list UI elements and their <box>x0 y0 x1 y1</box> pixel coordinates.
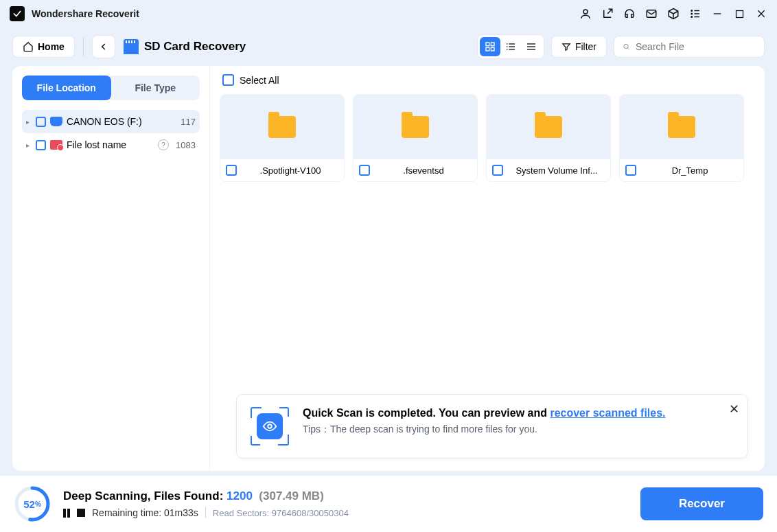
search-box[interactable] <box>614 36 765 58</box>
stop-button[interactable] <box>77 509 85 517</box>
support-icon[interactable] <box>623 8 636 20</box>
cube-icon[interactable] <box>667 8 680 20</box>
list-view-button[interactable] <box>521 37 542 56</box>
drive-icon <box>50 117 62 126</box>
footer: 52% Deep Scanning, Files Found: 1200 (30… <box>0 476 777 532</box>
folder-thumb <box>220 95 344 159</box>
checkbox[interactable] <box>36 117 46 127</box>
svg-rect-9 <box>736 10 743 17</box>
folder-checkbox[interactable] <box>226 165 237 176</box>
select-all-label: Select All <box>240 75 279 86</box>
svg-point-4 <box>691 16 693 18</box>
preview-icon <box>251 407 289 446</box>
detail-view-button[interactable] <box>500 37 521 56</box>
svg-rect-12 <box>486 43 489 46</box>
search-input[interactable] <box>636 41 756 52</box>
recover-button[interactable]: Recover <box>640 487 763 520</box>
file-tree: ▸ CANON EOS (F:) 117 ▸ File lost name ? … <box>22 110 200 157</box>
search-icon <box>623 41 630 52</box>
tree-count: 1083 <box>176 140 196 150</box>
filter-label: Filter <box>575 41 596 52</box>
folder-icon <box>535 116 562 138</box>
svg-point-0 <box>583 10 588 14</box>
read-sectors: Read Sectors: 9764608/30050304 <box>213 508 349 518</box>
remaining-time: Remaining time: 01m33s <box>92 507 198 518</box>
select-all-row: Select All <box>220 66 755 94</box>
checkbox[interactable] <box>36 140 46 150</box>
toolbar: Home SD Card Recovery Filter <box>0 27 777 66</box>
tab-file-type[interactable]: File Type <box>111 76 200 100</box>
folder-thumb <box>487 95 610 159</box>
folder-icon <box>668 116 695 138</box>
content-area: Select All .Spotlight-V100 .fseventsd Sy… <box>210 66 765 471</box>
main-panel: File Location File Type ▸ CANON EOS (F:)… <box>12 66 765 471</box>
folder-card[interactable]: .fseventsd <box>353 94 478 182</box>
svg-point-25 <box>624 44 628 48</box>
tree-count: 117 <box>181 117 196 127</box>
svg-rect-15 <box>491 47 494 51</box>
grid-view-button[interactable] <box>480 37 500 56</box>
view-toggle <box>477 34 544 59</box>
divider <box>83 37 84 56</box>
folder-thumb <box>353 95 477 159</box>
folder-grid: .Spotlight-V100 .fseventsd System Volume… <box>220 94 755 182</box>
export-icon[interactable] <box>601 8 614 20</box>
home-button[interactable]: Home <box>12 36 75 58</box>
mail-icon[interactable] <box>645 8 658 20</box>
folder-name: Dr_Temp <box>642 165 738 176</box>
breadcrumb: SD Card Recovery <box>124 39 246 54</box>
folder-checkbox[interactable] <box>625 165 636 176</box>
minimize-icon[interactable] <box>711 8 723 20</box>
notice-title: Quick Scan is completed. You can preview… <box>303 407 734 419</box>
svg-line-26 <box>627 48 629 49</box>
svg-rect-14 <box>486 47 489 51</box>
folder-name: System Volume Inf... <box>509 165 605 176</box>
sidebar: File Location File Type ▸ CANON EOS (F:)… <box>12 66 210 471</box>
help-icon[interactable]: ? <box>158 139 169 150</box>
app-logo <box>10 6 25 21</box>
divider <box>205 507 206 518</box>
tree-label: CANON EOS (F:) <box>67 116 176 127</box>
tree-item-drive[interactable]: ▸ CANON EOS (F:) 117 <box>22 110 200 133</box>
progress-ring: 52% <box>14 485 51 522</box>
list-icon[interactable] <box>689 8 701 20</box>
tab-file-location[interactable]: File Location <box>22 76 111 100</box>
notice-tips: Tips：The deep scan is trying to find mor… <box>303 424 734 436</box>
account-icon[interactable] <box>579 8 592 20</box>
titlebar: Wondershare Recoverit <box>0 0 777 27</box>
expand-icon[interactable]: ▸ <box>26 141 32 149</box>
scan-status: Deep Scanning, Files Found: 1200 (307.49… <box>63 489 349 503</box>
scan-notice: Quick Scan is completed. You can preview… <box>236 394 748 459</box>
lost-folder-icon <box>50 140 62 150</box>
sidebar-tabs: File Location File Type <box>22 76 200 100</box>
folder-icon <box>402 116 429 138</box>
folder-checkbox[interactable] <box>359 165 370 176</box>
back-button[interactable] <box>92 35 115 58</box>
pause-button[interactable] <box>63 509 70 518</box>
folder-name: .Spotlight-V100 <box>242 165 338 176</box>
tree-item-lost[interactable]: ▸ File lost name ? 1083 <box>22 133 200 157</box>
close-icon[interactable] <box>755 8 767 20</box>
svg-point-2 <box>691 10 693 12</box>
folder-thumb <box>620 95 743 159</box>
sd-card-icon <box>124 39 139 54</box>
expand-icon[interactable]: ▸ <box>26 118 32 126</box>
folder-icon <box>268 116 296 138</box>
folder-card[interactable]: Dr_Temp <box>619 94 744 182</box>
folder-name: .fseventsd <box>375 165 472 176</box>
home-label: Home <box>38 41 65 52</box>
app-title: Wondershare Recoverit <box>32 8 139 19</box>
svg-point-3 <box>691 13 693 14</box>
tree-label: File lost name <box>67 139 154 150</box>
notice-close-button[interactable]: ✕ <box>729 402 739 417</box>
svg-rect-13 <box>491 43 494 46</box>
folder-card[interactable]: .Spotlight-V100 <box>220 94 345 182</box>
filter-button[interactable]: Filter <box>551 36 607 58</box>
svg-point-27 <box>268 424 272 428</box>
breadcrumb-text: SD Card Recovery <box>144 40 246 54</box>
maximize-icon[interactable] <box>733 8 745 20</box>
folder-checkbox[interactable] <box>492 165 503 176</box>
recover-files-link[interactable]: recover scanned files. <box>550 407 665 419</box>
folder-card[interactable]: System Volume Inf... <box>486 94 611 182</box>
select-all-checkbox[interactable] <box>222 74 234 86</box>
